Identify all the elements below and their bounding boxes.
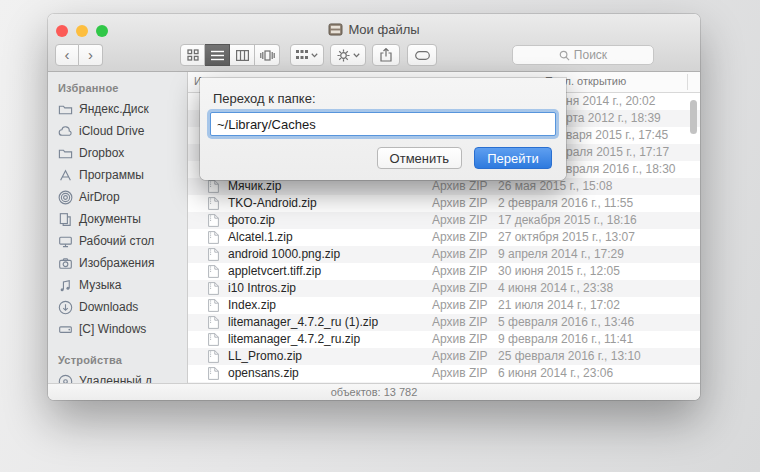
folder-path-input[interactable]: [210, 112, 556, 136]
table-row[interactable]: фото.zipАрхив ZIP17 декабря 2015 г., 18:…: [188, 212, 700, 229]
sidebar-item-documents[interactable]: Документы: [48, 208, 187, 230]
column-divider: [687, 74, 688, 90]
table-row[interactable]: Мячик.zipАрхив ZIP26 мая 2015 г., 15:08: [188, 178, 700, 195]
arrange-button[interactable]: [290, 44, 324, 66]
sidebar-item-desktop[interactable]: Рабочий стол: [48, 230, 187, 252]
column-view-icon: [236, 50, 249, 61]
sidebar-item-label: Рабочий стол: [79, 234, 154, 248]
actions-button[interactable]: [330, 44, 366, 66]
go-to-folder-dialog: Переход к папке: Отменить Перейти: [200, 78, 566, 180]
table-row[interactable]: Alcatel.1.zipАрхив ZIP27 октября 2015 г.…: [188, 229, 700, 246]
table-row[interactable]: i10 Intros.zipАрхив ZIP4 июня 2014 г., 2…: [188, 280, 700, 297]
list-scrollbar-thumb[interactable]: [690, 100, 697, 134]
go-button[interactable]: Перейти: [474, 147, 552, 169]
sidebar-item-label: Яндекс.Диск: [79, 102, 149, 116]
documents-icon: [58, 212, 73, 227]
file-name: litemanager_4.7.2_ru (1).zip: [228, 315, 378, 329]
titlebar: Мои файлы ‹ ›: [48, 14, 700, 72]
table-row[interactable]: LL_Promo.zipАрхив ZIP25 февраля 2016 г.,…: [188, 348, 700, 365]
list-view-button[interactable]: [205, 44, 230, 66]
file-date: 6 июня 2014 г., 23:06: [498, 366, 613, 380]
sidebar-item-label: Удаленный д...: [79, 374, 162, 383]
file-date: 5 февраля 2016 г., 13:46: [498, 315, 634, 329]
sidebar-item-yandex-disk[interactable]: Яндекс.Диск: [48, 98, 187, 120]
dropbox-icon: [58, 146, 73, 161]
table-row[interactable]: litemanager_4.7.2_ru (1).zipАрхив ZIP5 ф…: [188, 314, 700, 331]
sidebar-item-applications[interactable]: Программы: [48, 164, 187, 186]
coverflow-view-button[interactable]: [255, 44, 280, 66]
table-row[interactable]: litemanager_4.7.2_ru.zipАрхив ZIP9 февра…: [188, 331, 700, 348]
file-date: 21 июля 2014 г., 17:02: [498, 298, 620, 312]
file-kind: Архив ZIP: [432, 366, 488, 380]
zip-file-icon: [208, 180, 219, 193]
table-row[interactable]: opensans.zipАрхив ZIP6 июня 2014 г., 23:…: [188, 365, 700, 382]
sidebar-item-music[interactable]: Музыка: [48, 274, 187, 296]
file-date: 27 октября 2015 г., 13:07: [498, 230, 635, 244]
file-date: 9 апреля 2014 г., 17:29: [498, 247, 624, 261]
file-name: i10 Intros.zip: [228, 281, 296, 295]
dialog-label: Переход к папке:: [213, 91, 316, 106]
applications-icon: [58, 168, 73, 183]
sidebar-item-icloud-drive[interactable]: iCloud Drive: [48, 120, 187, 142]
sidebar-item-label: [C] Windows: [79, 322, 146, 336]
file-kind: Архив ZIP: [432, 332, 488, 346]
zip-file-icon: [208, 265, 219, 278]
icon-view-icon: [187, 49, 199, 61]
window-title-area: Мои файлы: [48, 20, 700, 38]
sidebar-item-windows-c[interactable]: [C] Windows: [48, 318, 187, 340]
nav-buttons: ‹ ›: [55, 44, 103, 66]
file-name: appletvcert.tiff.zip: [228, 264, 321, 278]
file-date: 9 февраля 2016 г., 11:41: [498, 332, 633, 346]
my-files-icon: [328, 23, 343, 36]
table-row[interactable]: TKO-Android.zipАрхив ZIP2 февраля 2016 г…: [188, 195, 700, 212]
sidebar-item-airdrop[interactable]: AirDrop: [48, 186, 187, 208]
file-date: 17 декабря 2015 г., 18:16: [498, 213, 637, 227]
file-kind: Архив ZIP: [432, 213, 488, 227]
table-row[interactable]: android 1000.png.zipАрхив ZIP9 апреля 20…: [188, 246, 700, 263]
search-input[interactable]: Поиск: [512, 45, 654, 65]
sidebar-item-label: Музыка: [79, 278, 121, 292]
zip-file-icon: [208, 350, 219, 363]
file-kind: Архив ZIP: [432, 315, 488, 329]
file-name: TKO-Android.zip: [228, 196, 317, 210]
forward-button[interactable]: ›: [79, 44, 103, 66]
downloads-icon: [58, 300, 73, 315]
yandex-disk-icon: [58, 102, 73, 117]
sidebar-section-header: Устройства: [48, 350, 187, 370]
chevron-down-icon: [353, 53, 360, 58]
sidebar-item-label: Изображения: [79, 256, 154, 270]
view-switcher: [180, 44, 280, 66]
back-button[interactable]: ‹: [55, 44, 79, 66]
icloud-drive-icon: [58, 124, 73, 139]
icon-view-button[interactable]: [180, 44, 205, 66]
toolbar: ‹ ›: [48, 44, 700, 68]
zip-file-icon: [208, 299, 219, 312]
pictures-icon: [58, 256, 73, 271]
file-name: Alcatel.1.zip: [228, 230, 293, 244]
sidebar-item-remote-disc[interactable]: Удаленный д...: [48, 370, 187, 383]
file-date: 30 июня 2015 г., 12:05: [498, 264, 620, 278]
zip-file-icon: [208, 248, 219, 261]
finder-window: Мои файлы ‹ ›: [48, 14, 700, 400]
table-row[interactable]: appletvcert.tiff.zipАрхив ZIP30 июня 201…: [188, 263, 700, 280]
zip-file-icon: [208, 214, 219, 227]
sidebar-item-label: Dropbox: [79, 146, 124, 160]
zip-file-icon: [208, 282, 219, 295]
file-name: android 1000.png.zip: [228, 247, 340, 261]
share-button[interactable]: [372, 44, 400, 66]
items-count: объектов: 13 782: [331, 386, 418, 398]
cancel-button[interactable]: Отменить: [377, 147, 462, 169]
sidebar-item-downloads[interactable]: Downloads: [48, 296, 187, 318]
remote-disc-icon: [58, 374, 73, 384]
file-date: 2 февраля 2016 г., 11:55: [498, 196, 633, 210]
column-view-button[interactable]: [230, 44, 255, 66]
table-row[interactable]: Index.zipАрхив ZIP21 июля 2014 г., 17:02: [188, 297, 700, 314]
tags-button[interactable]: [407, 44, 437, 66]
arrange-icon: [296, 49, 308, 61]
sidebar-item-dropbox[interactable]: Dropbox: [48, 142, 187, 164]
file-date: 26 мая 2015 г., 15:08: [498, 179, 612, 193]
zip-file-icon: [208, 333, 219, 346]
sidebar-item-pictures[interactable]: Изображения: [48, 252, 187, 274]
tag-icon: [415, 51, 430, 60]
windows-c-icon: [58, 322, 73, 337]
